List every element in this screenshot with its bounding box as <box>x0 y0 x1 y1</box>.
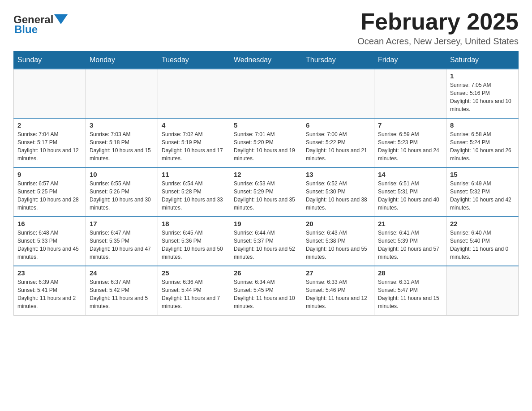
day-number: 14 <box>378 171 442 178</box>
day-info: Sunrise: 6:47 AM Sunset: 5:35 PM Dayligh… <box>90 229 154 261</box>
day-number: 1 <box>450 72 515 80</box>
day-info: Sunrise: 6:39 AM Sunset: 5:41 PM Dayligh… <box>17 278 82 310</box>
day-info: Sunrise: 6:52 AM Sunset: 5:30 PM Dayligh… <box>306 180 370 212</box>
logo: General Blue <box>13 13 68 36</box>
week-row-2: 2Sunrise: 7:04 AM Sunset: 5:17 PM Daylig… <box>14 118 519 167</box>
location-title: Ocean Acres, New Jersey, United States <box>357 36 519 47</box>
day-number: 6 <box>306 121 370 129</box>
day-header-friday: Friday <box>374 51 446 69</box>
month-title: February 2025 <box>357 9 519 34</box>
title-area: February 2025 Ocean Acres, New Jersey, U… <box>357 9 519 47</box>
calendar-cell <box>158 69 230 118</box>
header: General Blue February 2025 Ocean Acres, … <box>13 9 519 47</box>
day-number: 18 <box>162 220 226 227</box>
day-info: Sunrise: 6:53 AM Sunset: 5:29 PM Dayligh… <box>234 180 298 212</box>
calendar-cell: 19Sunrise: 6:44 AM Sunset: 5:37 PM Dayli… <box>230 217 302 266</box>
calendar-cell: 22Sunrise: 6:40 AM Sunset: 5:40 PM Dayli… <box>446 217 519 266</box>
svg-marker-0 <box>54 14 68 24</box>
day-number: 5 <box>234 121 298 129</box>
calendar-cell: 11Sunrise: 6:54 AM Sunset: 5:28 PM Dayli… <box>158 167 230 217</box>
day-number: 4 <box>162 121 226 129</box>
day-number: 12 <box>234 171 298 178</box>
week-row-4: 16Sunrise: 6:48 AM Sunset: 5:33 PM Dayli… <box>14 217 519 266</box>
calendar-cell: 15Sunrise: 6:49 AM Sunset: 5:32 PM Dayli… <box>446 167 519 217</box>
calendar-cell <box>14 69 86 118</box>
day-number: 27 <box>306 269 370 277</box>
calendar-cell: 17Sunrise: 6:47 AM Sunset: 5:35 PM Dayli… <box>86 217 158 266</box>
day-info: Sunrise: 6:44 AM Sunset: 5:37 PM Dayligh… <box>234 229 298 261</box>
calendar-cell: 12Sunrise: 6:53 AM Sunset: 5:29 PM Dayli… <box>230 167 302 217</box>
day-info: Sunrise: 7:04 AM Sunset: 5:17 PM Dayligh… <box>17 130 82 163</box>
calendar-cell: 20Sunrise: 6:43 AM Sunset: 5:38 PM Dayli… <box>302 217 374 266</box>
week-row-3: 9Sunrise: 6:57 AM Sunset: 5:25 PM Daylig… <box>14 167 519 217</box>
calendar-cell <box>230 69 302 118</box>
calendar-cell: 23Sunrise: 6:39 AM Sunset: 5:41 PM Dayli… <box>14 266 86 315</box>
calendar-cell <box>86 69 158 118</box>
day-info: Sunrise: 6:33 AM Sunset: 5:46 PM Dayligh… <box>306 278 370 310</box>
calendar-cell: 27Sunrise: 6:33 AM Sunset: 5:46 PM Dayli… <box>302 266 374 315</box>
calendar-cell: 24Sunrise: 6:37 AM Sunset: 5:42 PM Dayli… <box>86 266 158 315</box>
day-info: Sunrise: 6:57 AM Sunset: 5:25 PM Dayligh… <box>17 180 82 212</box>
day-number: 9 <box>17 171 82 178</box>
calendar-cell: 2Sunrise: 7:04 AM Sunset: 5:17 PM Daylig… <box>14 118 86 167</box>
day-header-thursday: Thursday <box>302 51 374 69</box>
day-info: Sunrise: 6:37 AM Sunset: 5:42 PM Dayligh… <box>90 278 154 310</box>
day-header-wednesday: Wednesday <box>230 51 302 69</box>
day-number: 24 <box>90 269 154 277</box>
day-number: 23 <box>17 269 82 277</box>
day-number: 25 <box>162 269 226 277</box>
day-number: 22 <box>450 220 515 227</box>
week-row-5: 23Sunrise: 6:39 AM Sunset: 5:41 PM Dayli… <box>14 266 519 315</box>
calendar-header-row: SundayMondayTuesdayWednesdayThursdayFrid… <box>14 51 519 69</box>
calendar-cell: 10Sunrise: 6:55 AM Sunset: 5:26 PM Dayli… <box>86 167 158 217</box>
calendar-cell: 13Sunrise: 6:52 AM Sunset: 5:30 PM Dayli… <box>302 167 374 217</box>
day-info: Sunrise: 6:55 AM Sunset: 5:26 PM Dayligh… <box>90 180 154 212</box>
day-info: Sunrise: 7:00 AM Sunset: 5:22 PM Dayligh… <box>306 130 370 163</box>
day-number: 3 <box>90 121 154 129</box>
calendar-cell: 1Sunrise: 7:05 AM Sunset: 5:16 PM Daylig… <box>446 69 519 118</box>
day-info: Sunrise: 6:40 AM Sunset: 5:40 PM Dayligh… <box>450 229 515 261</box>
day-number: 26 <box>234 269 298 277</box>
day-info: Sunrise: 7:05 AM Sunset: 5:16 PM Dayligh… <box>450 81 515 113</box>
calendar-cell: 5Sunrise: 7:01 AM Sunset: 5:20 PM Daylig… <box>230 118 302 167</box>
day-info: Sunrise: 6:43 AM Sunset: 5:38 PM Dayligh… <box>306 229 370 261</box>
week-row-1: 1Sunrise: 7:05 AM Sunset: 5:16 PM Daylig… <box>14 69 519 118</box>
calendar-cell: 28Sunrise: 6:31 AM Sunset: 5:47 PM Dayli… <box>374 266 446 315</box>
day-info: Sunrise: 7:03 AM Sunset: 5:18 PM Dayligh… <box>90 130 154 163</box>
day-number: 7 <box>378 121 442 129</box>
day-info: Sunrise: 6:58 AM Sunset: 5:24 PM Dayligh… <box>450 130 515 163</box>
calendar-cell: 21Sunrise: 6:41 AM Sunset: 5:39 PM Dayli… <box>374 217 446 266</box>
day-number: 10 <box>90 171 154 178</box>
day-info: Sunrise: 6:51 AM Sunset: 5:31 PM Dayligh… <box>378 180 442 212</box>
logo-blue: Blue <box>14 23 38 36</box>
calendar-cell: 7Sunrise: 6:59 AM Sunset: 5:23 PM Daylig… <box>374 118 446 167</box>
calendar-cell <box>374 69 446 118</box>
calendar-cell: 14Sunrise: 6:51 AM Sunset: 5:31 PM Dayli… <box>374 167 446 217</box>
day-info: Sunrise: 6:48 AM Sunset: 5:33 PM Dayligh… <box>17 229 82 261</box>
day-info: Sunrise: 6:54 AM Sunset: 5:28 PM Dayligh… <box>162 180 226 212</box>
day-info: Sunrise: 6:34 AM Sunset: 5:45 PM Dayligh… <box>234 278 298 310</box>
calendar-cell <box>302 69 374 118</box>
day-info: Sunrise: 6:45 AM Sunset: 5:36 PM Dayligh… <box>162 229 226 261</box>
logo-triangle-icon <box>54 14 68 25</box>
day-number: 20 <box>306 220 370 227</box>
day-number: 2 <box>17 121 82 129</box>
calendar-cell: 8Sunrise: 6:58 AM Sunset: 5:24 PM Daylig… <box>446 118 519 167</box>
calendar-cell: 4Sunrise: 7:02 AM Sunset: 5:19 PM Daylig… <box>158 118 230 167</box>
day-info: Sunrise: 7:01 AM Sunset: 5:20 PM Dayligh… <box>234 130 298 163</box>
day-number: 19 <box>234 220 298 227</box>
calendar-cell: 26Sunrise: 6:34 AM Sunset: 5:45 PM Dayli… <box>230 266 302 315</box>
day-number: 17 <box>90 220 154 227</box>
calendar-cell: 16Sunrise: 6:48 AM Sunset: 5:33 PM Dayli… <box>14 217 86 266</box>
day-info: Sunrise: 6:41 AM Sunset: 5:39 PM Dayligh… <box>378 229 442 261</box>
day-info: Sunrise: 6:31 AM Sunset: 5:47 PM Dayligh… <box>378 278 442 310</box>
day-info: Sunrise: 6:59 AM Sunset: 5:23 PM Dayligh… <box>378 130 442 163</box>
calendar-cell: 18Sunrise: 6:45 AM Sunset: 5:36 PM Dayli… <box>158 217 230 266</box>
calendar-cell: 9Sunrise: 6:57 AM Sunset: 5:25 PM Daylig… <box>14 167 86 217</box>
day-number: 13 <box>306 171 370 178</box>
day-info: Sunrise: 7:02 AM Sunset: 5:19 PM Dayligh… <box>162 130 226 163</box>
day-header-monday: Monday <box>86 51 158 69</box>
calendar-cell <box>446 266 519 315</box>
calendar-cell: 6Sunrise: 7:00 AM Sunset: 5:22 PM Daylig… <box>302 118 374 167</box>
day-header-saturday: Saturday <box>446 51 519 69</box>
